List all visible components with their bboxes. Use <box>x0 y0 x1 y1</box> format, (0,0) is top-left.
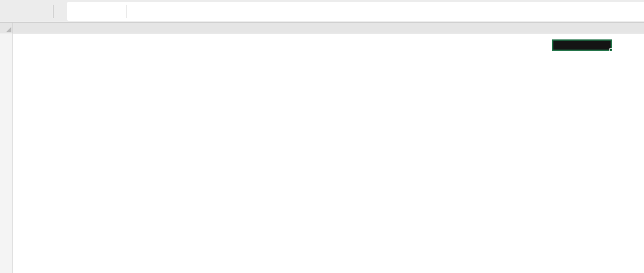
formula-input-area <box>67 2 644 21</box>
fill-handle[interactable] <box>609 48 612 51</box>
formula-divider <box>126 5 127 18</box>
select-all-button[interactable] <box>0 23 13 33</box>
active-cell-l6[interactable] <box>552 39 612 51</box>
column-header-row <box>0 23 644 33</box>
row-header-strip <box>0 33 13 273</box>
select-all-icon <box>6 27 11 32</box>
spreadsheet-app <box>0 0 644 273</box>
sheet-canvas <box>0 33 644 273</box>
formula-bar-separator <box>53 5 54 18</box>
formula-bar <box>0 0 644 23</box>
name-box[interactable] <box>0 2 52 21</box>
